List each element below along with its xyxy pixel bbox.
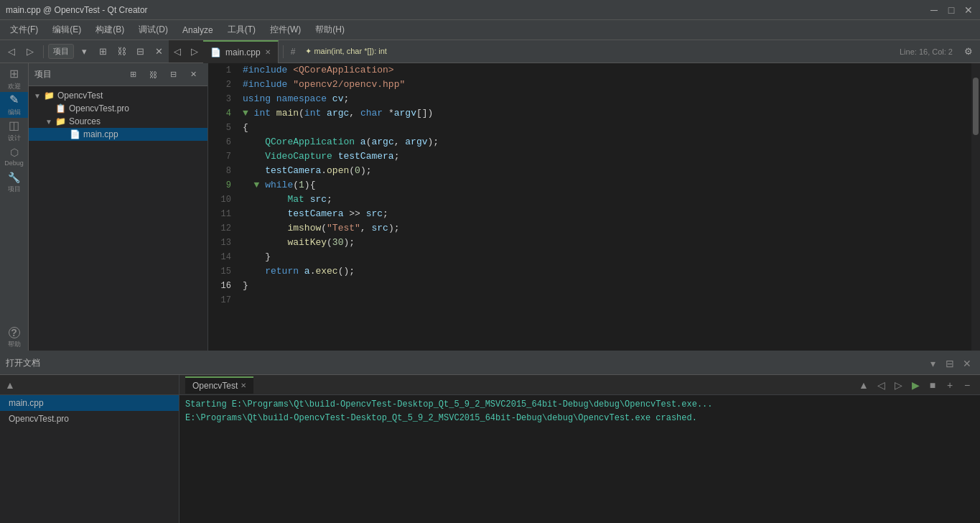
tree-label-sources: Sources [69,116,101,126]
sidebar-item-debug[interactable]: ⬡ Debug [1,144,27,170]
design-icon: ◫ [9,119,19,132]
tree-pro-icon: 📋 [55,103,66,114]
output-remove-button[interactable]: − [960,378,974,392]
ln-13: 13 [208,236,231,250]
sidebar-item-design[interactable]: ◫ 设计 [1,118,27,144]
ln-16: 16 [208,279,231,293]
toolbar-sep2 [283,45,284,58]
main-area: ◁ ▷ 项目 ▾ ⊞ ⛓ ⊟ ✕ ◁ ▷ 📄 main.cpp ✕ # ✦ ma… [0,40,980,523]
bottom-file-pro[interactable]: OpencvTest.pro [0,411,179,427]
sidebar-label-help: 帮助 [8,340,21,349]
code-editor[interactable]: 1 2 3 4 5 6 7 8 9 10 11 12 13 14 15 16 1 [208,63,980,351]
ln-7: 7 [208,149,231,164]
menu-control[interactable]: 控件(W) [263,21,308,39]
link-button[interactable]: ⛓ [113,43,130,60]
file-tree-header: 项目 ⊞ ⛓ ⊟ ✕ [29,63,207,86]
file-tree: 项目 ⊞ ⛓ ⊟ ✕ ▼ 📁 OpencvTest ▶ 📋 OpencvTest… [29,63,208,351]
line-col-info: Line: 16, Col: 2 [894,47,958,56]
tree-item-pro[interactable]: ▶ 📋 OpencvTest.pro [29,102,207,115]
filetree-filter-button[interactable]: ⊞ [124,66,141,83]
sidebar-item-project[interactable]: 🔧 项目 [1,170,27,195]
ln-15: 15 [208,264,231,279]
ln-11: 11 [208,207,231,221]
tree-folder-icon: 📁 [43,91,55,101]
ln-8: 8 [208,164,231,178]
ln-14: 14 [208,250,231,264]
menu-tools[interactable]: 工具(T) [220,21,263,39]
file-tab-close[interactable]: ✕ [265,48,271,56]
tree-item-sources[interactable]: ▼ 📁 Sources [29,115,207,128]
filter-button[interactable]: ⊞ [94,43,111,60]
sidebar-label-debug: Debug [4,159,24,167]
project-icon: 🔧 [8,172,20,183]
filetree-split-button[interactable]: ⊟ [164,66,182,83]
prev-tab-button[interactable]: ◁ [169,43,186,60]
close-panel-button[interactable]: ✕ [150,43,167,60]
dropdown-arrow[interactable]: ▾ [75,43,93,60]
split-button[interactable]: ⊟ [131,43,149,60]
ln-9: 9 [208,178,231,193]
toolbar-separator [43,45,44,58]
sidebar-item-help[interactable]: ? 帮助 [1,325,27,351]
output-tab-close[interactable]: ✕ [241,381,246,389]
bottom-file-main-cpp[interactable]: main.cpp [0,395,179,411]
output-add-button[interactable]: + [943,378,957,392]
sidebar-label-welcome: 欢迎 [8,82,21,91]
breadcrumb-function: ✦ main(int, char *[]): int [305,47,387,56]
output-stop-button[interactable]: ■ [925,378,940,392]
minimap-scrollbar[interactable] [973,78,979,135]
menu-analyze[interactable]: Analyze [175,22,220,38]
ln-4: 4 [208,106,231,121]
tree-arrow-opencvtest: ▼ [32,92,43,100]
settings-button[interactable]: ⚙ [960,43,977,60]
sidebar: ⊞ 欢迎 ✎ 编辑 ◫ 设计 ⬡ Debug 🔧 项目 ? 帮助 [0,63,29,351]
menu-build[interactable]: 构建(B) [88,21,131,39]
tree-item-main-cpp[interactable]: ▶ 📄 main.cpp [29,128,207,141]
menu-debug[interactable]: 调试(D) [131,21,175,39]
file-tab-main-cpp[interactable]: 📄 main.cpp ✕ [203,40,279,63]
output-run-button[interactable]: ▶ [908,378,923,392]
content-area: ⊞ 欢迎 ✎ 编辑 ◫ 设计 ⬡ Debug 🔧 项目 ? 帮助 [0,63,980,351]
edit-icon: ✎ [9,93,19,106]
filetree-link-button[interactable]: ⛓ [144,66,162,83]
title-bar: main.cpp @ OpencvTest - Qt Creator ─ □ ✕ [0,0,980,20]
file-tab-label: main.cpp [225,47,261,57]
bottom-close-button[interactable]: ✕ [960,356,974,371]
editor-content[interactable]: 1 2 3 4 5 6 7 8 9 10 11 12 13 14 15 16 1 [208,63,980,351]
tree-file-icon: 📄 [69,129,80,139]
tree-label-main-cpp: main.cpp [83,129,118,139]
bottom-maximize-button[interactable]: ▾ [925,356,940,371]
next-tab-button[interactable]: ▷ [186,43,203,60]
menu-edit[interactable]: 编辑(E) [45,21,88,39]
minimap [971,63,980,351]
tree-item-opencvtest[interactable]: ▼ 📁 OpencvTest [29,89,207,102]
file-tree-content: ▼ 📁 OpencvTest ▶ 📋 OpencvTest.pro ▼ 📁 So… [29,86,207,351]
nav-forward-button[interactable]: ▷ [22,43,39,60]
bottom-float-button[interactable]: ⊟ [943,356,957,371]
maximize-button[interactable]: □ [946,4,957,16]
output-up-button[interactable]: ▲ [857,378,871,392]
filetree-close-button[interactable]: ✕ [185,66,202,83]
bottom-toolbar: 打开文档 ▾ ⊟ ✕ [0,352,980,375]
menu-file[interactable]: 文件(F) [3,21,45,39]
ln-10: 10 [208,193,231,207]
output-prev-button[interactable]: ◁ [874,378,888,392]
minimize-button[interactable]: ─ [928,4,940,16]
code-content: #include <QCoreApplication> #include "op… [243,63,966,293]
bottom-list-scroll-up[interactable]: ▲ [3,378,17,392]
code-area[interactable]: #include <QCoreApplication> #include "op… [237,63,971,351]
tab-area: ◁ ▷ 📄 main.cpp ✕ [169,40,279,63]
menu-help[interactable]: 帮助(H) [308,21,352,39]
nav-back-button[interactable]: ◁ [3,43,20,60]
file-tree-title: 项目 [34,68,121,80]
ln-12: 12 [208,221,231,236]
close-button[interactable]: ✕ [963,4,974,16]
sidebar-label-edit: 编辑 [8,108,21,117]
sidebar-item-welcome[interactable]: ⊞ 欢迎 [1,66,27,92]
output-tab-opencvtest[interactable]: OpencvTest ✕ [185,376,253,394]
output-next-button[interactable]: ▷ [891,378,905,392]
sidebar-item-edit[interactable]: ✎ 编辑 [0,92,28,118]
output-tab-bar: OpencvTest ✕ ▲ ◁ ▷ ▶ ■ + − [179,375,980,395]
app-title: main.cpp @ OpencvTest - Qt Creator [6,5,148,15]
file-tab-icon: 📄 [210,47,221,57]
